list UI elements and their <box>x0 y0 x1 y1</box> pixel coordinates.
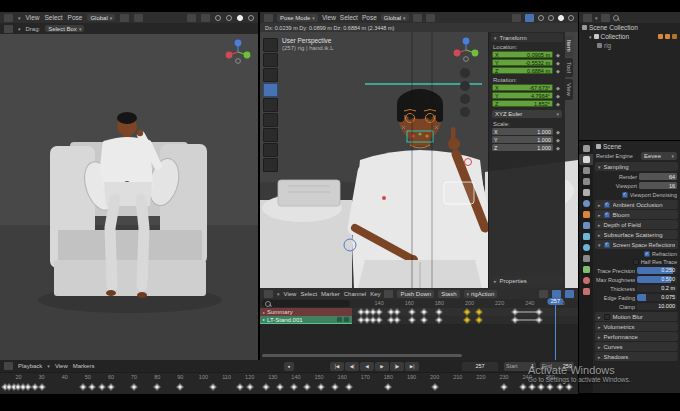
keyframe-diamond[interactable] <box>98 383 105 390</box>
ssr-panel-header[interactable]: ▾ ✓ Screen Space Reflections <box>595 240 678 249</box>
shading-material-icon[interactable] <box>237 15 243 21</box>
keyframe-diamond[interactable] <box>376 308 383 315</box>
move-tool-icon[interactable] <box>263 68 278 82</box>
keyframe-diamond[interactable] <box>409 308 416 315</box>
render-tab-icon[interactable] <box>579 154 593 165</box>
keyframe-diamond[interactable] <box>385 383 392 390</box>
chevron-down-icon[interactable]: ▾ <box>18 15 21 21</box>
keyframe-diamond[interactable] <box>332 383 339 390</box>
menu-marker[interactable]: Marker <box>321 291 340 297</box>
keyframe-diamond[interactable] <box>376 316 383 323</box>
pan-view-icon[interactable] <box>460 81 470 91</box>
proportional-edit-icon[interactable] <box>426 14 435 22</box>
timeline[interactable]: Playback ▾ View Markers ● |◀ ◀| ◀ ▶ |▶ ▶… <box>0 360 578 393</box>
keyframe-diamond[interactable] <box>475 316 482 323</box>
animate-icon[interactable]: ◆ <box>554 60 562 66</box>
bloom-panel-header[interactable]: ▸ ✓ Bloom <box>595 210 678 219</box>
animate-icon[interactable]: ◆ <box>554 85 562 91</box>
render-engine-dropdown[interactable]: Eevee▾ <box>641 152 677 160</box>
keyframe-diamond[interactable] <box>528 383 535 390</box>
timeline-key-track[interactable] <box>0 382 578 391</box>
show-overlays-icon[interactable] <box>525 14 534 22</box>
animate-icon[interactable]: ◆ <box>554 52 562 58</box>
shadows-panel-header[interactable]: ▸ Shadows <box>595 352 678 361</box>
animate-icon[interactable]: ◆ <box>554 101 562 107</box>
navigation-gizmo[interactable] <box>224 38 252 66</box>
keyframe-diamond[interactable] <box>565 383 572 390</box>
physics-tab-icon[interactable] <box>579 242 593 253</box>
orientation-dropdown[interactable]: Global▾ <box>381 14 409 21</box>
motion-blur-checkbox[interactable] <box>604 314 610 320</box>
rotation-y-field[interactable]: Y4.7964° <box>492 92 553 99</box>
refraction-checkbox[interactable]: ✓ <box>644 251 650 257</box>
action-selector[interactable]: ▾rigAction <box>464 290 498 298</box>
cursor-tool-icon[interactable] <box>263 53 278 67</box>
animate-icon[interactable]: ◆ <box>554 93 562 99</box>
view-layer-tab-icon[interactable] <box>579 176 593 187</box>
keyframe-diamond[interactable] <box>421 308 428 315</box>
filter-icon[interactable] <box>539 290 548 298</box>
viewport-denoising-checkbox[interactable]: ✓ <box>622 192 628 198</box>
auto-snap-icon[interactable] <box>552 290 561 298</box>
keyframe-diamond[interactable] <box>262 383 269 390</box>
navigation-gizmo[interactable] <box>452 36 480 64</box>
rotation-x-field[interactable]: X-67.673° <box>492 84 553 91</box>
rotate-tool-icon[interactable] <box>263 83 278 97</box>
motion-blur-panel-header[interactable]: ▸ Motion Blur <box>595 312 678 321</box>
menu-markers[interactable]: Markers <box>73 363 95 369</box>
animate-icon[interactable]: ◆ <box>554 68 562 74</box>
shading-rendered-icon[interactable] <box>248 15 254 21</box>
push-down-button[interactable]: Push Down <box>397 290 434 298</box>
editor-type-icon[interactable] <box>4 14 13 22</box>
shading-rendered-icon[interactable] <box>568 15 574 21</box>
properties-panel-header[interactable]: ▸ Properties <box>491 276 563 285</box>
playhead[interactable]: 257 <box>555 299 556 360</box>
keyframe-diamond[interactable] <box>409 316 416 323</box>
jump-to-start-button[interactable]: |◀ <box>330 362 344 371</box>
texture-tab-icon[interactable] <box>579 286 593 297</box>
object-data-tab-icon[interactable] <box>579 264 593 275</box>
scale-tool-icon[interactable] <box>263 98 278 112</box>
left-viewport-scene[interactable] <box>0 34 258 360</box>
menu-pose[interactable]: Pose <box>362 14 377 21</box>
select-box-dropdown[interactable]: Select Box▾ <box>45 25 84 32</box>
annotate-tool-icon[interactable] <box>263 128 278 142</box>
material-tab-icon[interactable] <box>579 275 593 286</box>
tab-item[interactable]: Item <box>565 36 573 56</box>
filter-funnel-icon[interactable] <box>601 14 610 22</box>
keyframe-diamond[interactable] <box>290 383 297 390</box>
zoom-view-icon[interactable] <box>460 68 470 78</box>
action-key-track[interactable] <box>352 316 578 324</box>
outliner-item-scene-collection[interactable]: Scene Collection <box>579 23 680 32</box>
menu-select[interactable]: Select <box>45 14 63 21</box>
keyframe-diamond[interactable] <box>547 383 554 390</box>
channel-action[interactable]: ▸ LT-Stand.001 <box>260 316 352 324</box>
animate-icon[interactable]: ◆ <box>554 137 562 143</box>
center-viewport[interactable]: Pose Mode▾ View Select Pose Global▾ Dx: … <box>260 12 578 288</box>
modifiers-tab-icon[interactable] <box>579 220 593 231</box>
keyframe-diamond[interactable] <box>463 316 470 323</box>
keyframe-diamond[interactable] <box>80 383 87 390</box>
channel-summary[interactable]: ▸ Summary <box>260 308 352 316</box>
keyframe-diamond[interactable] <box>394 316 401 323</box>
action-icon[interactable] <box>384 290 393 298</box>
keyframe-diamond[interactable] <box>475 308 482 315</box>
ambient-occlusion-panel-header[interactable]: ▸ ✓ Ambient Occlusion <box>595 200 678 209</box>
keyframe-diamond[interactable] <box>519 383 526 390</box>
menu-channel[interactable]: Channel <box>344 291 366 297</box>
rotation-z-field[interactable]: Z1.852° <box>492 100 553 107</box>
sampling-panel-header[interactable]: ▾ Sampling <box>595 162 678 171</box>
play-reverse-button[interactable]: ◀ <box>360 362 374 371</box>
menu-pose[interactable]: Pose <box>68 14 83 21</box>
scale-x-field[interactable]: X1.000 <box>492 128 553 135</box>
constraints-tab-icon[interactable] <box>579 253 593 264</box>
show-gizmo-icon[interactable] <box>512 14 521 22</box>
location-z-field[interactable]: Z0.6884 m <box>492 67 553 74</box>
show-overlays-icon[interactable] <box>201 14 210 22</box>
keyframe-diamond[interactable] <box>154 383 161 390</box>
expand-icon[interactable]: ▾ <box>589 34 592 40</box>
camera-view-icon[interactable] <box>460 94 470 104</box>
scene-tab-icon[interactable] <box>579 187 593 198</box>
play-button[interactable]: ▶ <box>375 362 389 371</box>
dope-sheet-ruler[interactable]: 140160180200220240260 <box>352 299 578 308</box>
